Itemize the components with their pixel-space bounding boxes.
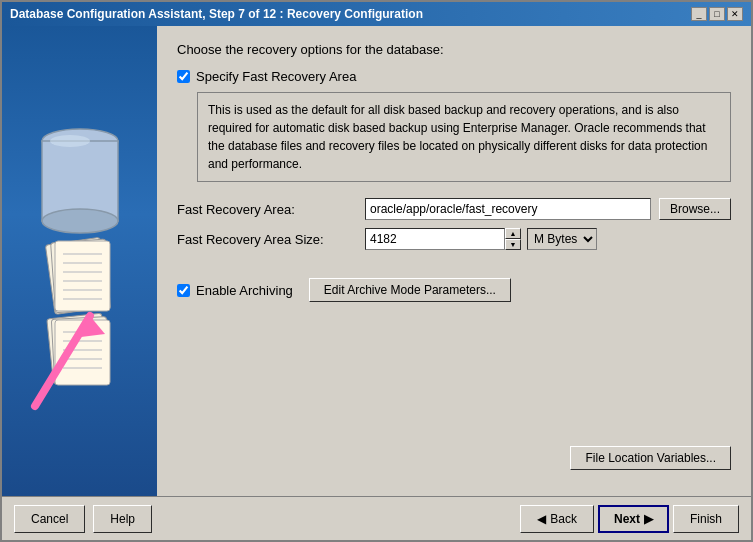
description-box: This is used as the default for all disk… [197, 92, 731, 182]
title-bar: Database Configuration Assistant, Step 7… [2, 2, 751, 26]
back-button[interactable]: ◀ Back [520, 505, 594, 533]
window-title: Database Configuration Assistant, Step 7… [10, 7, 423, 21]
spinner-up-button[interactable]: ▲ [505, 228, 521, 239]
enable-archiving-label: Enable Archiving [196, 283, 293, 298]
back-label: Back [550, 512, 577, 526]
enable-archiving-checkbox-row: Enable Archiving [177, 283, 293, 298]
archiving-row: Enable Archiving Edit Archive Mode Param… [177, 278, 731, 302]
next-label: Next [614, 512, 640, 526]
fast-recovery-area-input[interactable] [365, 198, 651, 220]
fast-recovery-area-label: Fast Recovery Area: [177, 202, 357, 217]
file-location-row: File Location Variables... [177, 446, 731, 470]
db-illustration [15, 86, 145, 436]
content-area: Choose the recovery options for the data… [2, 26, 751, 496]
fast-recovery-label: Specify Fast Recovery Area [196, 69, 356, 84]
size-spinner-wrap: ▲ ▼ M Bytes G Bytes [365, 228, 651, 250]
enable-archiving-checkbox[interactable] [177, 284, 190, 297]
spinner-down-button[interactable]: ▼ [505, 239, 521, 250]
bottom-right-buttons: ◀ Back Next ▶ Finish [520, 505, 739, 533]
svg-rect-6 [55, 241, 110, 311]
finish-button[interactable]: Finish [673, 505, 739, 533]
right-panel: Choose the recovery options for the data… [157, 26, 751, 496]
size-unit-select[interactable]: M Bytes G Bytes [527, 228, 597, 250]
bottom-left-buttons: Cancel Help [14, 505, 152, 533]
fast-recovery-checkbox[interactable] [177, 70, 190, 83]
svg-point-2 [42, 209, 118, 233]
next-button[interactable]: Next ▶ [598, 505, 669, 533]
intro-text: Choose the recovery options for the data… [177, 42, 731, 57]
title-bar-controls: _ □ ✕ [691, 7, 743, 21]
spinner-buttons: ▲ ▼ [505, 228, 521, 250]
description-text: This is used as the default for all disk… [208, 103, 707, 171]
back-arrow-icon: ◀ [537, 512, 546, 526]
bottom-bar: Cancel Help ◀ Back Next ▶ Finish [2, 496, 751, 540]
fast-recovery-size-input[interactable] [365, 228, 505, 250]
help-button[interactable]: Help [93, 505, 152, 533]
fast-recovery-size-label: Fast Recovery Area Size: [177, 232, 357, 247]
main-window: Database Configuration Assistant, Step 7… [0, 0, 753, 542]
edit-archive-button[interactable]: Edit Archive Mode Parameters... [309, 278, 511, 302]
left-panel [2, 26, 157, 496]
minimize-button[interactable]: _ [691, 7, 707, 21]
browse-button[interactable]: Browse... [659, 198, 731, 220]
file-location-button[interactable]: File Location Variables... [570, 446, 731, 470]
next-arrow-icon: ▶ [644, 512, 653, 526]
maximize-button[interactable]: □ [709, 7, 725, 21]
cancel-button[interactable]: Cancel [14, 505, 85, 533]
form-fields: Fast Recovery Area: Browse... Fast Recov… [177, 198, 731, 250]
svg-point-3 [50, 135, 90, 147]
fast-recovery-checkbox-row: Specify Fast Recovery Area [177, 69, 731, 84]
close-button[interactable]: ✕ [727, 7, 743, 21]
